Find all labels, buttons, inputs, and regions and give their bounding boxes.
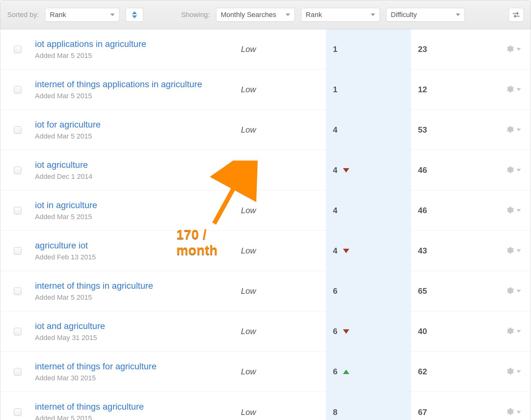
rank-cell: 6 xyxy=(326,311,411,351)
keyword-link[interactable]: iot and agriculture xyxy=(35,321,105,331)
rank-cell: 4 xyxy=(326,231,411,271)
column-difficulty-label: Difficulty xyxy=(391,11,417,19)
sort-select-value: Rank xyxy=(50,11,66,19)
row-actions-menu[interactable] xyxy=(496,407,531,417)
table-row: internet of things agricultureAdded Mar … xyxy=(0,392,531,420)
keyword-added-date: Added Feb 13 2015 xyxy=(35,253,241,261)
keyword-link[interactable]: iot for agriculture xyxy=(35,120,101,130)
monthly-searches-cell: Low xyxy=(241,165,326,175)
keyword-link[interactable]: internet of things in agriculture xyxy=(35,281,153,291)
keyword-cell: internet of things agricultureAdded Mar … xyxy=(35,396,241,420)
row-actions-menu[interactable] xyxy=(496,85,531,94)
rank-cell: 6 xyxy=(326,271,411,311)
table-row: iot agricultureAdded Dec 1 2014Low446 xyxy=(0,150,531,190)
row-checkbox[interactable] xyxy=(14,287,21,295)
column-rank-label: Rank xyxy=(306,11,322,19)
rank-value: 1 xyxy=(333,44,337,54)
rank-cell: 8 xyxy=(326,392,411,420)
keyword-link[interactable]: internet of things agriculture xyxy=(35,402,144,412)
row-checkbox-cell xyxy=(0,46,35,53)
row-actions-menu[interactable] xyxy=(496,45,531,54)
gear-icon xyxy=(506,367,514,377)
sort-asc-icon xyxy=(132,11,137,14)
row-actions-menu[interactable] xyxy=(496,125,531,135)
chevron-down-icon xyxy=(517,88,521,91)
column-difficulty-select[interactable]: Difficulty xyxy=(386,8,465,22)
gear-icon xyxy=(506,166,514,175)
difficulty-cell: 23 xyxy=(411,44,496,54)
monthly-searches-cell: Low xyxy=(241,206,326,215)
row-checkbox[interactable] xyxy=(14,46,21,53)
gear-icon xyxy=(506,45,514,54)
keyword-cell: iot and agricultureAdded May 31 2015 xyxy=(35,315,241,348)
sort-direction-toggle[interactable] xyxy=(126,8,143,22)
keyword-cell: iot applications in agricultureAdded Mar… xyxy=(35,33,241,65)
table-row: iot for agricultureAdded Mar 5 2015Low45… xyxy=(0,110,531,150)
monthly-searches-cell: Low xyxy=(241,44,326,54)
keyword-link[interactable]: internet of things applications in agric… xyxy=(35,79,202,89)
monthly-searches-cell: Low xyxy=(241,407,326,417)
rank-value: 4 xyxy=(333,206,337,215)
table-row: iot and agricultureAdded May 31 2015Low6… xyxy=(0,311,531,352)
chevron-down-icon xyxy=(517,128,521,131)
table-row: internet of things applications in agric… xyxy=(0,70,531,110)
row-checkbox[interactable] xyxy=(14,167,21,174)
keyword-added-date: Added Mar 30 2015 xyxy=(35,374,241,382)
row-checkbox[interactable] xyxy=(14,328,21,335)
rank-value: 6 xyxy=(333,367,337,377)
row-checkbox[interactable] xyxy=(14,247,21,255)
difficulty-cell: 12 xyxy=(411,85,496,94)
monthly-searches-cell: Low xyxy=(241,286,326,296)
table-row: internet of things for agricultureAdded … xyxy=(0,352,531,392)
monthly-searches-cell: Low xyxy=(241,326,326,336)
keyword-link[interactable]: agriculture iot xyxy=(35,241,88,251)
monthly-searches-cell: Low xyxy=(241,85,326,94)
gear-icon xyxy=(506,287,514,296)
column-searches-select[interactable]: Monthly Searches xyxy=(216,8,295,22)
rank-value: 4 xyxy=(333,165,337,175)
row-checkbox-cell xyxy=(0,167,35,174)
gear-icon xyxy=(506,246,514,256)
chevron-down-icon xyxy=(517,370,521,373)
row-checkbox[interactable] xyxy=(14,86,21,94)
table-row: agriculture iotAdded Feb 13 2015Low443 xyxy=(0,231,531,271)
sort-select[interactable]: Rank xyxy=(45,8,119,22)
compare-toggle-button[interactable] xyxy=(509,8,524,22)
chevron-down-icon xyxy=(517,290,521,292)
keyword-added-date: Added Mar 5 2015 xyxy=(35,52,241,60)
chevron-down-icon xyxy=(456,14,460,16)
swap-icon xyxy=(512,11,520,18)
row-checkbox[interactable] xyxy=(14,207,21,214)
column-rank-select[interactable]: Rank xyxy=(301,8,380,22)
keyword-link[interactable]: iot in agriculture xyxy=(35,200,97,210)
rank-value: 8 xyxy=(333,407,337,417)
row-actions-menu[interactable] xyxy=(496,367,531,377)
row-actions-menu[interactable] xyxy=(496,246,531,256)
row-checkbox-cell xyxy=(0,247,35,255)
difficulty-cell: 40 xyxy=(411,326,496,336)
row-checkbox[interactable] xyxy=(14,126,21,134)
row-actions-menu[interactable] xyxy=(496,206,531,215)
row-actions-menu[interactable] xyxy=(496,166,531,175)
table-row: iot applications in agricultureAdded Mar… xyxy=(0,29,531,70)
row-actions-menu[interactable] xyxy=(496,327,531,336)
sort-desc-icon xyxy=(132,15,137,18)
row-checkbox[interactable] xyxy=(14,368,21,376)
row-checkbox-cell xyxy=(0,328,35,335)
rank-cell: 4 xyxy=(326,110,411,150)
row-checkbox[interactable] xyxy=(14,408,21,416)
difficulty-cell: 67 xyxy=(411,407,496,417)
trend-down-icon xyxy=(343,249,349,253)
gear-icon xyxy=(506,85,514,94)
trend-down-icon xyxy=(343,168,349,173)
keyword-link[interactable]: internet of things for agriculture xyxy=(35,361,157,372)
chevron-down-icon xyxy=(517,209,521,212)
row-actions-menu[interactable] xyxy=(496,287,531,296)
keyword-link[interactable]: iot applications in agriculture xyxy=(35,39,146,49)
row-checkbox-cell xyxy=(0,287,35,295)
keyword-link[interactable]: iot agriculture xyxy=(35,160,88,170)
monthly-searches-cell: Low xyxy=(241,125,326,135)
gear-icon xyxy=(506,407,514,417)
keyword-cell: iot agricultureAdded Dec 1 2014 xyxy=(35,154,241,186)
chevron-down-icon xyxy=(517,48,521,51)
